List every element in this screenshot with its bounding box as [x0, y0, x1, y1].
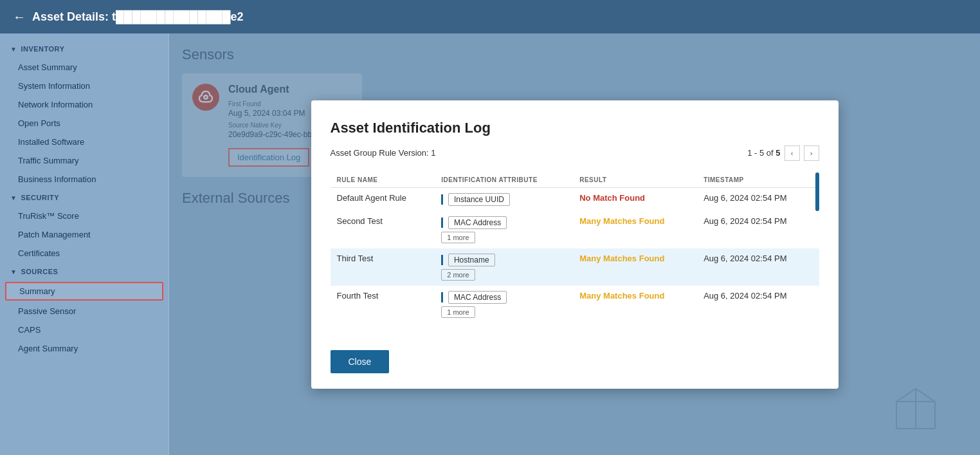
- content-area: Sensors Cloud Agent First Found Aug 5, 2…: [169, 33, 980, 455]
- sidebar-item-caps[interactable]: CAPS: [0, 320, 168, 339]
- result-many-match: Many Matches Found: [579, 216, 664, 226]
- sidebar-item-passive-sensor[interactable]: Passive Sensor: [0, 302, 168, 320]
- sidebar-item-agent-summary[interactable]: Agent Summary: [0, 339, 168, 358]
- sidebar-item-certificates[interactable]: Certificates: [0, 244, 168, 263]
- close-button[interactable]: Close: [331, 350, 390, 373]
- sidebar-section-sources[interactable]: ▼ SOURCES: [0, 263, 168, 281]
- attr-cell: MAC Address 1 more: [435, 286, 573, 323]
- sidebar: ▼ INVENTORY Asset Summary System Informa…: [0, 33, 168, 455]
- timestamp-cell: Aug 6, 2024 02:54 PM: [697, 286, 819, 323]
- attr-cell: Hostname 2 more: [435, 248, 573, 286]
- attr-divider: [441, 218, 443, 228]
- rule-name-cell: Default Agent Rule: [331, 187, 435, 211]
- sidebar-item-asset-summary[interactable]: Asset Summary: [0, 58, 168, 77]
- pagination-range: 1 - 5 of 5: [747, 148, 780, 158]
- sidebar-item-system-information[interactable]: System Information: [0, 77, 168, 95]
- sidebar-item-summary[interactable]: Summary: [5, 282, 163, 301]
- result-cell: Many Matches Found: [573, 286, 697, 323]
- result-cell: No Match Found: [573, 187, 697, 211]
- col-identification-attribute: IDENTIFICATION ATTRIBUTE: [435, 172, 573, 188]
- chevron-down-icon: ▼: [10, 46, 17, 53]
- asset-identification-log-modal: Asset Identification Log Asset Group Rul…: [311, 100, 839, 389]
- modal-title: Asset Identification Log: [331, 120, 819, 136]
- identification-log-table: RULE NAME IDENTIFICATION ATTRIBUTE RESUL…: [331, 172, 819, 323]
- pagination-next-button[interactable]: ›: [804, 145, 819, 161]
- result-many-match: Many Matches Found: [579, 254, 664, 263]
- timestamp-cell: Aug 6, 2024 02:54 PM: [697, 211, 819, 248]
- col-timestamp: TIMESTAMP: [697, 172, 819, 188]
- modal-meta-label: Asset Group Rule Version: 1: [331, 148, 436, 158]
- sidebar-item-patch-management[interactable]: Patch Management: [0, 225, 168, 244]
- attr-tag: Instance UUID: [448, 193, 510, 206]
- attr-cell: MAC Address 1 more: [435, 211, 573, 248]
- sidebar-section-security[interactable]: ▼ SECURITY: [0, 189, 168, 207]
- timestamp-cell: Aug 6, 2024 02:54 PM: [697, 248, 819, 286]
- modal-meta-row: Asset Group Rule Version: 1 1 - 5 of 5 ‹…: [331, 145, 819, 161]
- sidebar-item-trurisk-score[interactable]: TruRisk™ Score: [0, 207, 168, 225]
- rule-name-cell: Fourth Test: [331, 286, 435, 323]
- col-rule-name: RULE NAME: [331, 172, 435, 188]
- page-title: Asset Details: t██████████████e2: [32, 10, 244, 24]
- chevron-down-icon: ▼: [10, 268, 17, 275]
- scroll-indicator: [815, 172, 819, 211]
- table-row: Default Agent Rule Instance UUID No Matc…: [331, 187, 819, 211]
- pagination: 1 - 5 of 5 ‹ ›: [747, 145, 819, 161]
- app-header: ← Asset Details: t██████████████e2: [0, 0, 980, 33]
- sidebar-item-traffic-summary[interactable]: Traffic Summary: [0, 151, 168, 170]
- more-tag[interactable]: 1 more: [441, 232, 475, 243]
- result-cell: Many Matches Found: [573, 248, 697, 286]
- sidebar-item-business-information[interactable]: Business Information: [0, 170, 168, 189]
- attr-tag: Hostname: [448, 254, 495, 266]
- chevron-down-icon: ▼: [10, 194, 17, 201]
- more-tag[interactable]: 2 more: [441, 269, 475, 281]
- table-row: Second Test MAC Address 1 more Many Matc…: [331, 211, 819, 248]
- attr-divider: [441, 292, 443, 302]
- attr-tag: MAC Address: [448, 291, 507, 304]
- timestamp-cell: Aug 6, 2024 02:54 PM: [697, 187, 819, 211]
- sidebar-item-installed-software[interactable]: Installed Software: [0, 133, 168, 151]
- modal-scroll-area[interactable]: RULE NAME IDENTIFICATION ATTRIBUTE RESUL…: [331, 172, 819, 333]
- result-many-match: Many Matches Found: [579, 291, 664, 301]
- sidebar-section-inventory[interactable]: ▼ INVENTORY: [0, 40, 168, 58]
- result-cell: Many Matches Found: [573, 211, 697, 248]
- col-result: RESULT: [573, 172, 697, 188]
- rule-name-cell: Third Test: [331, 248, 435, 286]
- pagination-prev-button[interactable]: ‹: [785, 145, 800, 161]
- attr-divider: [441, 255, 443, 265]
- sidebar-item-network-information[interactable]: Network Information: [0, 95, 168, 114]
- sidebar-item-open-ports[interactable]: Open Ports: [0, 114, 168, 133]
- table-row: Fourth Test MAC Address 1 more Many Matc…: [331, 286, 819, 323]
- attr-divider: [441, 194, 443, 205]
- modal-overlay: Asset Identification Log Asset Group Rul…: [169, 33, 980, 455]
- main-layout: ▼ INVENTORY Asset Summary System Informa…: [0, 33, 980, 455]
- more-tag[interactable]: 1 more: [441, 306, 475, 318]
- rule-name-cell: Second Test: [331, 211, 435, 248]
- attr-cell: Instance UUID: [435, 187, 573, 211]
- back-button[interactable]: ←: [13, 10, 26, 24]
- result-no-match: No Match Found: [579, 193, 645, 203]
- attr-tag: MAC Address: [448, 216, 507, 229]
- table-row: Third Test Hostname 2 more Many Matches …: [331, 248, 819, 286]
